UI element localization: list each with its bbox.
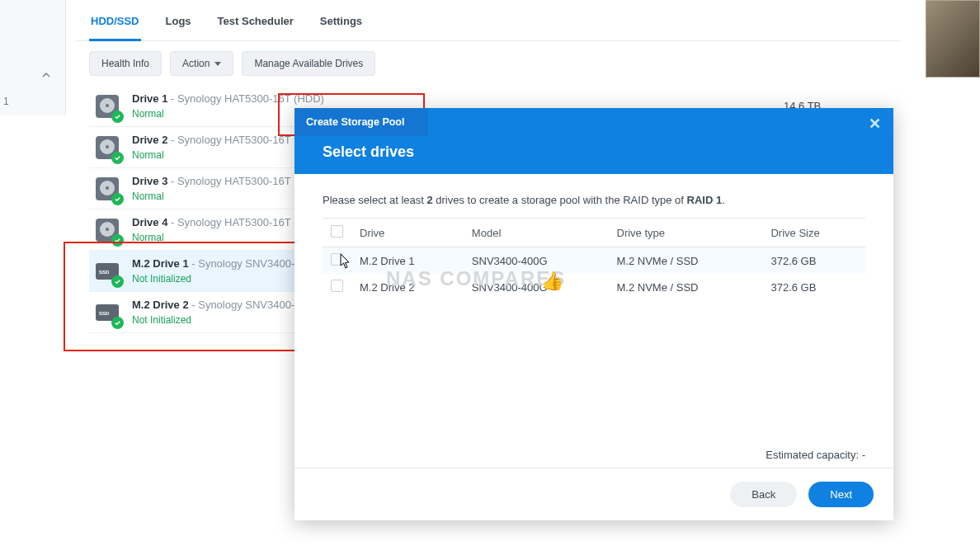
select-all-checkbox[interactable] — [331, 225, 343, 238]
dialog-titlebar[interactable]: Create Storage Pool — [294, 108, 428, 136]
svg-text:SSD: SSD — [99, 311, 110, 316]
tab-settings[interactable]: Settings — [318, 15, 364, 40]
close-icon[interactable]: ✕ — [867, 116, 882, 131]
row-checkbox[interactable] — [331, 253, 343, 266]
drive-select-table: Drive Model Drive type Drive Size M.2 Dr… — [323, 218, 865, 300]
ssd-icon: SSD — [94, 258, 120, 285]
drive-name: Drive 1 — [132, 92, 167, 105]
col-size: Drive Size — [762, 219, 865, 247]
tab-logs[interactable]: Logs — [164, 15, 193, 40]
drive-desc: - Synology HAT5300-16T (HDD) — [167, 92, 324, 105]
health-info-button[interactable]: Health Info — [89, 51, 162, 76]
sidebar-fragment: 1 — [0, 0, 66, 115]
drive-name: M.2 Drive 1 — [132, 257, 189, 270]
drive-desc: - Synology HAT5300-16T — [167, 175, 290, 187]
health-info-label: Health Info — [101, 58, 149, 69]
caret-down-icon — [214, 62, 221, 66]
drive-name: M.2 Drive 2 — [132, 299, 189, 311]
action-label: Action — [182, 58, 210, 69]
dialog-heading: Select drives — [323, 144, 414, 161]
toolbar: Health Info Action Manage Available Driv… — [76, 41, 901, 86]
svg-point-8 — [106, 186, 109, 190]
col-model: Model — [464, 219, 609, 247]
cell-type: M.2 NVMe / SSD — [609, 247, 763, 275]
svg-point-11 — [106, 228, 109, 231]
drive-desc: - Synology SNV3400- — [189, 299, 295, 311]
manage-drives-button[interactable]: Manage Available Drives — [242, 51, 375, 76]
drive-name: Drive 3 — [132, 175, 167, 187]
select-prompt: Please select at least 2 drives to creat… — [323, 194, 865, 206]
next-button[interactable]: Next — [808, 482, 874, 507]
picture-in-picture-thumbnail — [926, 0, 980, 78]
tab-hdd-ssd[interactable]: HDD/SSD — [89, 15, 141, 41]
svg-point-2 — [106, 104, 109, 107]
hdd-icon — [94, 176, 120, 202]
svg-point-5 — [106, 145, 109, 148]
drive-name: Drive 4 — [132, 216, 167, 228]
col-drive: Drive — [351, 219, 464, 247]
action-menu-button[interactable]: Action — [170, 51, 233, 76]
cell-model: SNV3400-400G — [464, 274, 609, 300]
dialog-title: Create Storage Pool — [306, 116, 404, 128]
estimated-capacity: Estimated capacity: - — [766, 449, 865, 461]
manage-drives-label: Manage Available Drives — [254, 58, 363, 69]
cell-drive: M.2 Drive 2 — [351, 274, 464, 300]
cell-model: SNV3400-400G — [464, 247, 609, 275]
svg-text:SSD: SSD — [99, 270, 110, 275]
cell-size: 372.6 GB — [762, 247, 865, 275]
back-button[interactable]: Back — [730, 482, 797, 507]
drive-desc: - Synology HAT5300-16T ( — [167, 216, 297, 228]
tab-bar: HDD/SSD Logs Test Scheduler Settings — [76, 0, 901, 41]
drive-name: Drive 2 — [132, 134, 167, 146]
dialog-footer: Back Next — [294, 468, 893, 520]
hdd-icon — [94, 134, 120, 161]
hdd-icon — [94, 93, 120, 120]
col-type: Drive type — [609, 219, 763, 247]
table-row[interactable]: M.2 Drive 1SNV3400-400GM.2 NVMe / SSD372… — [323, 247, 865, 275]
cell-size: 372.6 GB — [762, 274, 865, 300]
create-storage-pool-dialog: Create Storage Pool ✕ Select drives Plea… — [294, 108, 893, 520]
ssd-icon: SSD — [94, 299, 120, 326]
drive-desc: - Synology SNV3400- — [189, 257, 295, 270]
chevron-up-icon[interactable] — [42, 69, 50, 78]
drive-desc: - Synology HAT5300-16T — [167, 134, 290, 146]
row-checkbox[interactable] — [331, 280, 343, 292]
cell-drive: M.2 Drive 1 — [351, 247, 464, 275]
hdd-icon — [94, 217, 120, 243]
cell-type: M.2 NVMe / SSD — [609, 274, 763, 300]
tab-test-scheduler[interactable]: Test Scheduler — [216, 15, 295, 40]
dialog-body: Please select at least 2 drives to creat… — [294, 174, 893, 468]
sidebar-count: 1 — [3, 96, 9, 107]
table-row[interactable]: M.2 Drive 2SNV3400-400GM.2 NVMe / SSD372… — [323, 274, 865, 300]
